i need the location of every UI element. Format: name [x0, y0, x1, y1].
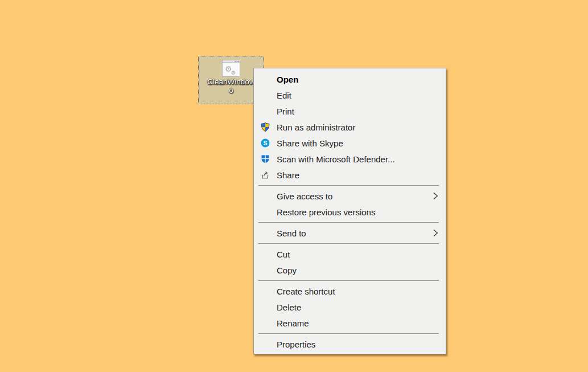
menu-item-edit[interactable]: Edit [254, 87, 446, 103]
menu-separator [258, 222, 439, 223]
defender-shield-icon [261, 154, 270, 163]
menu-item-scan-with-microsoft-defender[interactable]: Scan with Microsoft Defender... [254, 151, 446, 167]
menu-item-rename[interactable]: Rename [254, 315, 446, 331]
menu-item-icon-slot [261, 107, 270, 116]
menu-item-icon-slot [261, 207, 270, 216]
menu-item-icon-slot [261, 75, 270, 84]
context-menu: Open Edit Print [253, 68, 446, 354]
skype-icon: S [261, 138, 270, 148]
desktop-background[interactable]: ⚙ ⚙ CleanWindow o Open Edit Print [0, 0, 588, 372]
menu-item-icon-slot [261, 340, 270, 349]
menu-item-copy[interactable]: Copy [254, 262, 446, 278]
menu-item-restore-previous-versions[interactable]: Restore previous versions [254, 204, 446, 220]
menu-item-send-to[interactable]: Send to [254, 225, 446, 241]
menu-item-icon-slot [261, 265, 270, 275]
menu-item-icon-slot [261, 318, 270, 328]
svg-text:S: S [263, 140, 267, 146]
menu-item-properties[interactable]: Properties [254, 336, 446, 352]
svg-text:⚙: ⚙ [231, 70, 236, 76]
menu-separator [258, 185, 439, 186]
submenu-chevron-icon [433, 191, 438, 201]
menu-separator [258, 333, 439, 334]
menu-item-icon-slot [261, 302, 270, 312]
submenu-chevron-icon [433, 228, 438, 238]
menu-item-share-with-skype[interactable]: S Share with Skype [254, 135, 446, 151]
menu-item-run-as-administrator[interactable]: Run as administrator [254, 119, 446, 135]
menu-item-create-shortcut[interactable]: Create shortcut [254, 283, 446, 299]
window-with-gears-icon: ⚙ ⚙ [221, 59, 241, 77]
menu-item-icon-slot [261, 287, 270, 296]
menu-item-icon-slot [261, 91, 270, 100]
menu-item-icon-slot [261, 191, 270, 201]
menu-item-icon-slot [261, 228, 270, 238]
menu-item-cut[interactable]: Cut [254, 246, 446, 262]
menu-item-delete[interactable]: Delete [254, 299, 446, 315]
uac-shield-icon [261, 122, 270, 132]
menu-item-share[interactable]: Share [254, 167, 446, 183]
menu-item-icon-slot [261, 250, 270, 259]
share-arrow-icon [261, 170, 270, 179]
menu-item-give-access-to[interactable]: Give access to [254, 188, 446, 204]
menu-separator [258, 280, 439, 281]
menu-separator [258, 243, 439, 244]
menu-item-open[interactable]: Open [254, 71, 446, 87]
menu-item-print[interactable]: Print [254, 103, 446, 119]
